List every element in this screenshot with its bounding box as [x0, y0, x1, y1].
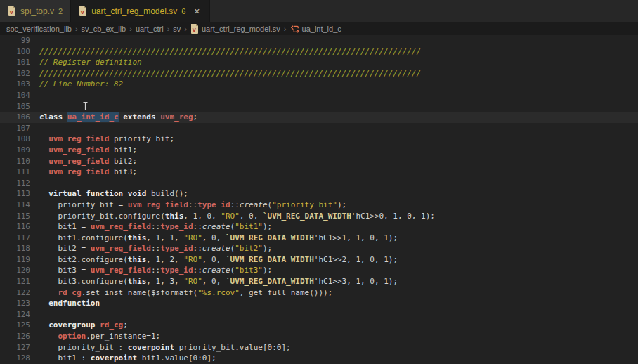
code-token: 'hC1>>1, 1, 0, 1); [314, 233, 398, 242]
line-number[interactable]: 112 [0, 178, 30, 189]
line-number[interactable]: 125 [0, 320, 30, 331]
code-token: 'hC1>>0, 1, 0, 1); [351, 212, 435, 221]
code-token: :: [230, 200, 240, 209]
line-number[interactable]: 124 [0, 309, 30, 320]
tab-label: uart_ctrl_reg_model.sv [91, 6, 177, 16]
line-number[interactable]: 106 [0, 112, 30, 123]
code-line[interactable]: 101// Register definition [0, 57, 638, 68]
code-line[interactable]: 110 uvm_reg_field bit2; [0, 156, 638, 167]
code-text: ////////////////////////////////////////… [30, 68, 421, 79]
code-text: priority_bit : coverpoint priority_bit.v… [30, 342, 291, 353]
code-line[interactable]: 100/////////////////////////////////////… [0, 46, 638, 58]
code-token: ); [337, 200, 346, 209]
code-token: `UVM_REG_DATA_WIDTH [226, 233, 314, 242]
code-token: extends [123, 112, 155, 122]
code-token: coverpoint [128, 343, 174, 352]
code-line[interactable]: 111 uvm_reg_field bit3; [0, 167, 638, 178]
breadcrumb-item-soc_verification_lib[interactable]: soc_verification_lib [6, 25, 72, 33]
line-number[interactable]: 120 [0, 265, 30, 276]
line-number[interactable]: 122 [0, 287, 30, 299]
line-number[interactable]: 107 [0, 123, 30, 134]
line-number[interactable]: 104 [0, 90, 30, 101]
code-line[interactable]: 106class ua_int_id_c extends uvm_reg; [0, 112, 638, 123]
code-token: rd_cg [100, 320, 123, 330]
code-token: type_id [160, 266, 193, 275]
code-line[interactable]: 112 [0, 178, 638, 189]
line-number[interactable]: 110 [0, 156, 30, 167]
line-number[interactable]: 128 [0, 353, 30, 364]
code-line[interactable]: 104 [0, 90, 638, 101]
code-token: ////////////////////////////////////////… [39, 69, 421, 78]
line-number[interactable]: 113 [0, 188, 30, 200]
breadcrumb-separator-icon: › [184, 25, 187, 33]
tab-spi_top.v[interactable]: vspi_top.v2 [0, 0, 71, 22]
close-icon[interactable]: × [193, 6, 201, 16]
line-number[interactable]: 101 [0, 57, 30, 68]
code-line[interactable]: 117 bit1.configure(this, 1, 1, "RO", 0, … [0, 233, 638, 244]
code-line[interactable]: 121 bit3.configure(this, 1, 3, "RO", 0, … [0, 276, 638, 287]
line-number[interactable]: 109 [0, 145, 30, 156]
code-line[interactable]: 123 endfunction [0, 298, 638, 309]
code-line[interactable]: 107 [0, 123, 638, 134]
tab-problem-count-badge: 2 [58, 7, 63, 15]
line-number[interactable]: 102 [0, 68, 30, 79]
code-line[interactable]: 126 option.per_instance=1; [0, 331, 638, 342]
breadcrumb-item-sv_cb_ex_lib[interactable]: sv_cb_ex_lib [82, 25, 126, 33]
code-line[interactable]: 113 virtual function void build(); [0, 188, 638, 200]
code-line[interactable]: 102/////////////////////////////////////… [0, 68, 638, 79]
breadcrumb-item-uart_ctrl_reg_model.sv[interactable]: vuart_ctrl_reg_model.sv [190, 24, 280, 34]
line-number[interactable]: 103 [0, 79, 30, 90]
code-text: uvm_reg_field bit3; [30, 167, 137, 178]
code-line[interactable]: 105 [0, 101, 638, 112]
code-line[interactable]: 103// Line Number: 82 [0, 79, 638, 90]
line-number[interactable]: 121 [0, 276, 30, 287]
code-text: class ua_int_id_c extends uvm_reg; [30, 112, 197, 123]
code-line[interactable]: 128 bit1 : coverpoint bit1.value[0:0]; [0, 353, 638, 364]
line-number[interactable]: 99 [0, 35, 30, 46]
code-line[interactable]: 120 bit3 = uvm_reg_field::type_id::creat… [0, 265, 638, 276]
line-number[interactable]: 114 [0, 200, 30, 211]
line-number[interactable]: 123 [0, 298, 30, 309]
breadcrumb-item-ua_int_id_c[interactable]: ua_int_id_c [290, 25, 341, 34]
line-number[interactable]: 100 [0, 46, 30, 58]
code-text: priority_bit = uvm_reg_field::type_id::c… [30, 200, 346, 211]
line-number[interactable]: 115 [0, 211, 30, 222]
line-number[interactable]: 116 [0, 221, 30, 233]
code-token: "RO" [183, 255, 202, 264]
code-line[interactable]: 119 bit2.configure(this, 1, 2, "RO", 0, … [0, 254, 638, 266]
line-number[interactable]: 126 [0, 331, 30, 342]
code-token: bit1 = [39, 222, 91, 231]
line-number[interactable]: 119 [0, 254, 30, 266]
code-line[interactable]: 118 bit2 = uvm_reg_field::type_id::creat… [0, 243, 638, 254]
code-text: rd_cg.set_inst_name($sformatf("%s.rcov",… [30, 287, 332, 299]
code-token [39, 157, 48, 166]
line-number[interactable]: 105 [0, 101, 30, 112]
code-text [30, 101, 39, 112]
breadcrumb-item-uart_ctrl[interactable]: uart_ctrl [136, 25, 164, 33]
code-line[interactable]: 124 [0, 309, 638, 320]
code-line[interactable]: 116 bit1 = uvm_reg_field::type_id::creat… [0, 221, 638, 233]
code-text [30, 123, 39, 134]
code-line[interactable]: 109 uvm_reg_field bit1; [0, 145, 638, 156]
code-line[interactable]: 108 uvm_reg_field priority_bit; [0, 134, 638, 145]
code-line[interactable]: 125 covergroup rd_cg; [0, 320, 638, 331]
code-token [39, 167, 48, 176]
line-number[interactable]: 118 [0, 243, 30, 254]
line-number[interactable]: 111 [0, 167, 30, 178]
code-token: bit1.configure( [39, 233, 128, 242]
code-line[interactable]: 99 [0, 35, 638, 46]
tab-uart_ctrl_reg_model.sv[interactable]: vuart_ctrl_reg_model.sv6× [71, 0, 209, 22]
line-number[interactable]: 117 [0, 233, 30, 244]
code-token: uvm_reg_field [128, 200, 188, 209]
line-number[interactable]: 127 [0, 342, 30, 353]
code-token: , 0, [240, 212, 263, 221]
code-line[interactable]: 122 rd_cg.set_inst_name($sformatf("%s.rc… [0, 287, 638, 299]
breadcrumb-item-sv[interactable]: sv [173, 25, 181, 33]
code-area[interactable]: 99100///////////////////////////////////… [0, 35, 638, 364]
code-token: 'hC1>>2, 1, 0, 1); [314, 255, 398, 264]
line-number[interactable]: 108 [0, 134, 30, 145]
code-line[interactable]: 115 priority_bit.configure(this, 1, 0, "… [0, 211, 638, 222]
code-line[interactable]: 114 priority_bit = uvm_reg_field::type_i… [0, 200, 638, 211]
code-line[interactable]: 127 priority_bit : coverpoint priority_b… [0, 342, 638, 353]
code-token: class [39, 112, 63, 122]
